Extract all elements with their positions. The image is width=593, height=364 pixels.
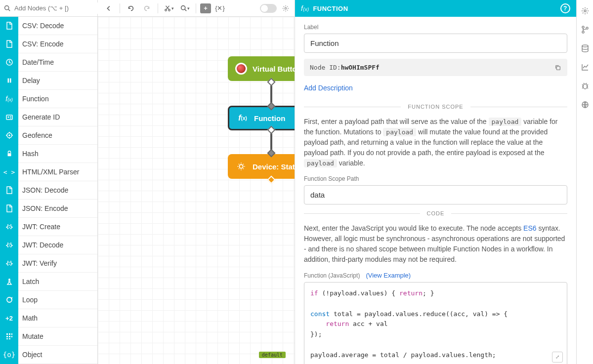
label-field-label: Label: [304, 24, 567, 31]
device-state-node[interactable]: Device: State: [228, 154, 295, 179]
redo-button[interactable]: [140, 2, 154, 15]
idcard-icon: [0, 108, 18, 126]
bug-icon[interactable]: [580, 81, 590, 91]
zoom-button[interactable]: ▾: [178, 2, 192, 15]
node-search-bar: [0, 0, 97, 17]
es6-link[interactable]: ES6: [523, 224, 536, 232]
svg-line-24: [184, 9, 186, 11]
fx-icon: f(x): [0, 90, 18, 108]
svg-line-21: [166, 5, 169, 9]
node-item-label: Delay: [18, 77, 40, 84]
virtual-button-icon: [235, 62, 248, 75]
canvas-toolbar: ▾ ▾ + {✕}: [98, 0, 295, 17]
svg-point-32: [582, 45, 588, 47]
input-port[interactable]: [267, 102, 276, 111]
node-item[interactable]: CSV: Encode: [0, 35, 97, 53]
node-item[interactable]: {o}Object: [0, 346, 97, 364]
output-port[interactable]: [267, 78, 276, 86]
node-item[interactable]: +2Math: [0, 309, 97, 327]
svg-point-20: [169, 9, 170, 11]
virtual-button-node[interactable]: Virtual Button: [228, 56, 295, 81]
svg-point-8: [9, 135, 10, 136]
scope-path-label: Function Scope Path: [304, 175, 567, 182]
node-item-label: Function: [18, 95, 49, 103]
node-item-label: JWT: Create: [18, 223, 60, 231]
node-item[interactable]: Delay: [0, 72, 97, 90]
node-item[interactable]: Generate ID: [0, 108, 97, 126]
add-button[interactable]: +: [200, 3, 211, 13]
node-item[interactable]: JSON: Encode: [0, 200, 97, 218]
svg-line-22: [166, 5, 169, 9]
back-button[interactable]: [102, 2, 116, 15]
node-item[interactable]: JWT: Verify: [0, 254, 97, 273]
file-icon: [0, 17, 18, 35]
view-example-link[interactable]: (View Example): [366, 272, 411, 279]
code-icon: < >: [0, 163, 18, 181]
branch-icon[interactable]: [580, 25, 590, 35]
scope-path-input[interactable]: [304, 185, 567, 204]
svg-rect-9: [7, 153, 11, 156]
svg-point-19: [165, 9, 167, 11]
output-port[interactable]: [267, 126, 276, 134]
node-item-label: Date/Time: [18, 58, 54, 66]
node-item-label: Object: [18, 351, 42, 359]
default-tag: default: [259, 352, 286, 358]
device-icon: [235, 160, 248, 173]
svg-point-33: [583, 84, 587, 89]
copy-icon[interactable]: [554, 64, 561, 71]
node-item[interactable]: JSON: Decode: [0, 181, 97, 200]
node-item-label: Loop: [18, 296, 38, 304]
node-item[interactable]: Hash: [0, 145, 97, 163]
node-id-box: Node ID: hwOHImSPFf: [304, 59, 567, 76]
pause-icon: [0, 72, 18, 90]
node-item[interactable]: Date/Time: [0, 53, 97, 72]
node-item[interactable]: Mutate: [0, 327, 97, 346]
workflow-canvas[interactable]: Virtual Button f(x) Function Device: Sta…: [98, 17, 295, 364]
label-input[interactable]: [304, 34, 567, 53]
brackets-button[interactable]: {✕}: [213, 2, 227, 15]
undo-button[interactable]: [124, 2, 138, 15]
settings-icon[interactable]: [281, 3, 291, 13]
node-item[interactable]: JWT: Create: [0, 218, 97, 236]
node-item[interactable]: Geofence: [0, 126, 97, 145]
function-node[interactable]: f(x) Function: [228, 106, 295, 130]
cut-button[interactable]: ▾: [162, 2, 176, 15]
code-editor[interactable]: if (!payload.values) { return; } const t…: [304, 282, 567, 364]
node-item[interactable]: JWT: Decode: [0, 236, 97, 254]
database-icon[interactable]: [580, 43, 590, 53]
clock-icon: [0, 53, 18, 72]
code-description: Next, enter the JavaScript you would lik…: [304, 223, 567, 265]
node-item[interactable]: f(x)Function: [0, 90, 97, 108]
svg-point-26: [239, 164, 243, 168]
input-port[interactable]: [267, 149, 276, 158]
node-item[interactable]: CSV: Decode: [0, 17, 97, 35]
gear-icon[interactable]: [580, 6, 590, 16]
node-item[interactable]: < >HTML/XML Parser: [0, 163, 97, 181]
svg-rect-17: [6, 338, 8, 339]
svg-rect-18: [9, 338, 10, 339]
svg-rect-4: [9, 79, 11, 83]
node-item[interactable]: Loop: [0, 291, 97, 309]
node-item-label: Mutate: [18, 332, 43, 340]
toggle-switch[interactable]: [260, 4, 277, 13]
node-item-label: Geofence: [18, 131, 52, 139]
jwt-icon: [0, 218, 18, 236]
output-port[interactable]: [267, 176, 276, 184]
svg-point-10: [8, 279, 10, 281]
node-item[interactable]: Latch: [0, 273, 97, 291]
expand-icon[interactable]: ⤢: [552, 352, 563, 363]
object-icon: {o}: [0, 346, 18, 364]
help-icon[interactable]: ?: [560, 3, 570, 13]
node-title: Virtual Button: [253, 65, 295, 73]
lock-icon: [0, 145, 18, 163]
function-header-icon: f(x): [301, 4, 309, 12]
inspector-title: FUNCTION: [313, 5, 348, 12]
globe-icon[interactable]: [580, 100, 590, 110]
svg-point-25: [285, 7, 287, 9]
math-icon: +2: [0, 309, 18, 327]
file-icon: [0, 181, 18, 200]
chart-icon[interactable]: [580, 62, 590, 72]
add-description-link[interactable]: Add Description: [304, 84, 353, 92]
node-search-input[interactable]: [12, 2, 99, 14]
jwt-icon: [0, 236, 18, 254]
